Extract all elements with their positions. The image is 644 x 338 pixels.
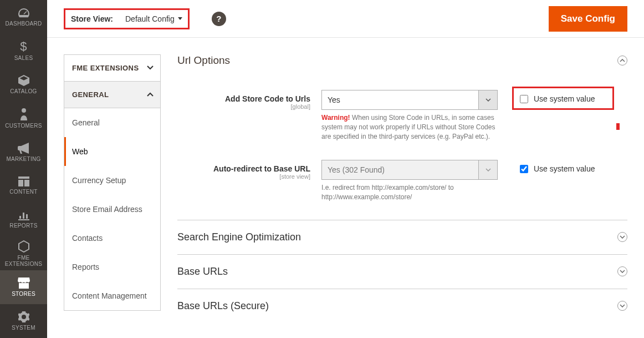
config-tabs: FME EXTENSIONS GENERAL General Web Curre… <box>47 38 161 323</box>
field-label: Auto-redirect to Base URL <box>177 164 310 173</box>
sidebar-item-reports[interactable]: Reports <box>64 253 160 281</box>
field-label: Add Store Code to Urls <box>177 94 310 103</box>
box-icon <box>18 75 30 86</box>
expand-section-icon <box>617 232 627 242</box>
expand-section-icon <box>617 266 627 276</box>
section-seo[interactable]: Search Engine Optimization <box>177 220 627 255</box>
hexagon-icon <box>18 240 29 253</box>
bar-chart-icon <box>18 210 29 220</box>
sidebar-item-web[interactable]: Web <box>64 137 160 166</box>
gauge-icon <box>17 7 30 18</box>
section-base-urls-secure[interactable]: Base URLs (Secure) <box>177 289 627 323</box>
person-icon <box>19 108 29 120</box>
panel-general[interactable]: GENERAL <box>64 82 161 108</box>
collapse-section-icon[interactable] <box>617 56 627 65</box>
save-config-button[interactable]: Save Config <box>549 6 627 32</box>
chevron-up-icon <box>147 92 152 98</box>
section-base-urls[interactable]: Base URLs <box>177 255 627 289</box>
settings-area: Url Options Add Store Code to Urls [glob… <box>161 38 644 323</box>
nav-catalog[interactable]: CATALOG <box>0 68 47 102</box>
layout-icon <box>18 176 29 186</box>
highlight-box <box>512 87 614 110</box>
panel-fme-extensions[interactable]: FME EXTENSIONS <box>64 54 161 82</box>
chevron-down-icon <box>147 65 152 71</box>
store-view-dropdown[interactable]: Default Config <box>125 14 182 23</box>
checkbox-system-value-2[interactable] <box>520 165 528 173</box>
gear-icon <box>18 311 29 322</box>
use-system-value-2[interactable]: Use system value <box>520 160 595 173</box>
sidebar-item-general[interactable]: General <box>64 108 160 137</box>
storefront-icon <box>18 278 30 289</box>
nav-stores[interactable]: STORES <box>0 270 47 304</box>
dollar-icon: $ <box>20 41 27 53</box>
nav-dashboard[interactable]: DASHBOARD <box>0 0 47 34</box>
megaphone-icon <box>18 143 30 154</box>
help-icon[interactable]: ? <box>212 12 226 26</box>
sidebar-item-store-email[interactable]: Store Email Address <box>64 195 160 224</box>
nav-reports[interactable]: REPORTS <box>0 203 47 236</box>
nav-system[interactable]: SYSTEM <box>0 304 47 338</box>
select-add-store-code[interactable]: Yes <box>321 90 498 110</box>
sidebar-item-contacts[interactable]: Contacts <box>64 224 160 253</box>
store-view-selector-highlight: Store View: Default Config <box>64 8 190 29</box>
use-system-value-1[interactable]: Use system value <box>520 90 595 103</box>
annotation-mark <box>616 123 620 130</box>
nav-marketing[interactable]: MARKETING <box>0 135 47 169</box>
store-view-label: Store View: <box>71 14 113 23</box>
section-url-options-title: Url Options <box>177 54 230 67</box>
chevron-down-icon <box>478 90 497 109</box>
caret-down-icon <box>178 17 182 20</box>
sidebar-item-content-management[interactable]: Content Management <box>64 281 160 310</box>
header-bar: Store View: Default Config ? Save Config <box>47 0 644 38</box>
admin-sidebar: DASHBOARD $ SALES CATALOG CUSTOMERS MARK… <box>0 0 47 338</box>
nav-sales[interactable]: $ SALES <box>0 34 47 68</box>
select-auto-redirect: Yes (302 Found) <box>321 160 498 180</box>
field-scope: [global] <box>177 103 310 110</box>
chevron-down-icon <box>478 160 497 179</box>
nav-fme-extensions[interactable]: FME EXTENSIONS <box>0 236 47 270</box>
field-scope: [store view] <box>177 173 310 180</box>
sidebar-item-currency[interactable]: Currency Setup <box>64 166 160 195</box>
field-note: Warning! When using Store Code in URLs, … <box>321 113 498 141</box>
expand-section-icon <box>617 301 627 311</box>
field-auto-redirect: Auto-redirect to Base URL [store view] Y… <box>177 157 627 205</box>
nav-customers[interactable]: CUSTOMERS <box>0 102 47 135</box>
field-add-store-code: Add Store Code to Urls [global] Yes Warn… <box>177 87 627 144</box>
nav-content[interactable]: CONTENT <box>0 169 47 203</box>
field-note: I.e. redirect from http://example.com/st… <box>321 183 498 202</box>
